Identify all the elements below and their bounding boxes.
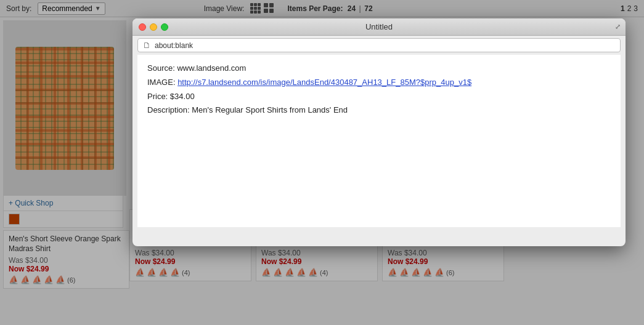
- modal-title: Untitled: [365, 22, 393, 31]
- price-label: Price:: [147, 92, 170, 101]
- image-url[interactable]: http://s7.landsend.com/is/image/LandsEnd…: [177, 78, 471, 87]
- expand-icon[interactable]: ⤢: [615, 23, 621, 31]
- image-line: IMAGE: http://s7.landsend.com/is/image/L…: [147, 76, 611, 89]
- modal-titlebar: Untitled ⤢: [132, 18, 626, 36]
- description-label: Description:: [147, 105, 192, 114]
- minimize-window-button[interactable]: [150, 23, 157, 31]
- price-value: $34.00: [170, 92, 195, 101]
- modal-addressbar: 🗋 about:blank: [137, 38, 621, 52]
- source-line: Source: www.landsend.com: [147, 62, 611, 75]
- description-line: Description: Men's Regular Sport Shirts …: [147, 104, 611, 117]
- modal-window: Untitled ⤢ 🗋 about:blank Source: www.lan…: [132, 18, 626, 246]
- close-window-button[interactable]: [139, 23, 146, 31]
- page-icon: 🗋: [143, 41, 151, 50]
- description-value: Men's Regular Sport Shirts from Lands' E…: [192, 105, 348, 114]
- source-label: Source:: [147, 63, 177, 73]
- window-controls: [139, 23, 168, 31]
- source-value: www.landsend.com: [177, 63, 246, 73]
- maximize-window-button[interactable]: [161, 23, 168, 31]
- modal-content: Source: www.landsend.com IMAGE: http://s…: [137, 55, 621, 227]
- price-line: Price: $34.00: [147, 90, 611, 103]
- image-label: IMAGE:: [147, 78, 177, 87]
- modal-address[interactable]: about:blank: [155, 41, 193, 50]
